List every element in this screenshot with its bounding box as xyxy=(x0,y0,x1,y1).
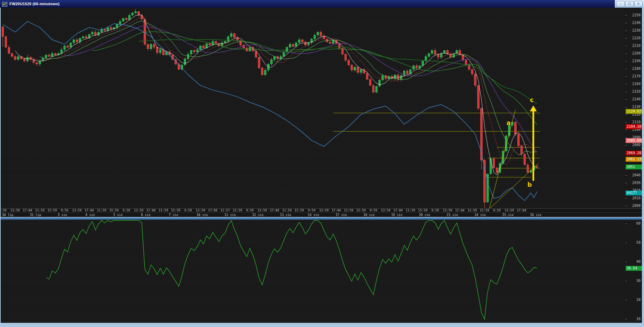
window-border-right xyxy=(642,8,644,323)
app-icon xyxy=(2,2,7,6)
panel-splitter[interactable] xyxy=(0,217,644,220)
maximize-button[interactable]: □ xyxy=(625,1,634,7)
minimize-button[interactable]: – xyxy=(616,1,625,7)
app-window: FW20U1520 (60-minutowo) – □ × xyxy=(0,0,644,327)
window-controls: – □ × xyxy=(615,0,644,8)
time-axis-canvas[interactable] xyxy=(1,208,642,217)
window-border-left xyxy=(0,8,1,323)
window-title: FW20U1520 (60-minutowo) xyxy=(9,2,60,6)
price-chart-canvas[interactable] xyxy=(1,8,642,208)
title-bar[interactable]: FW20U1520 (60-minutowo) xyxy=(0,0,644,8)
window-border-bottom xyxy=(0,323,644,327)
close-button[interactable]: × xyxy=(634,1,643,7)
indicator-canvas[interactable] xyxy=(1,220,642,323)
